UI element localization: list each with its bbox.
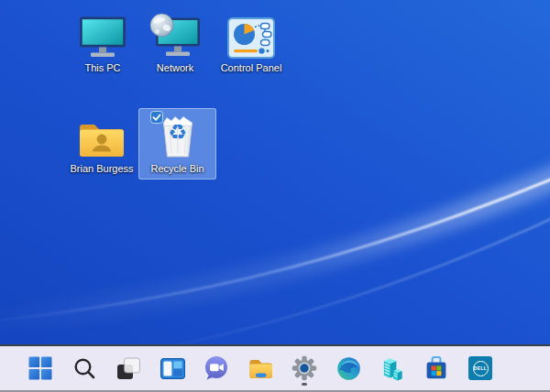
taskbar-icon-row: DELL — [0, 346, 535, 390]
desktop-icon-brian-burgess[interactable]: Brian Burgess — [60, 108, 143, 174]
monitor-icon — [79, 9, 126, 59]
taskbar: DELL — [0, 344, 550, 392]
edge-button[interactable] — [336, 350, 362, 387]
chat-video-icon — [204, 355, 229, 381]
desktop-icon-control-panel[interactable]: Control Panel — [210, 7, 292, 73]
icon-label: Network — [157, 62, 193, 73]
chat-button[interactable] — [204, 350, 230, 387]
running-app-indicator — [302, 383, 307, 386]
start-button[interactable] — [28, 350, 54, 387]
folder-icon — [248, 358, 273, 379]
recycle-bin-icon: ♻ — [158, 110, 198, 159]
task-view-button[interactable] — [116, 350, 142, 387]
windows-start-icon — [28, 356, 52, 380]
desktop-icon-network[interactable]: Network — [137, 7, 214, 73]
servers-app-button[interactable] — [380, 350, 406, 387]
user-folder-icon — [78, 110, 126, 159]
search-icon — [72, 356, 96, 380]
icon-label: Control Panel — [221, 62, 282, 73]
edge-icon — [336, 356, 361, 381]
server-stack-icon — [380, 354, 406, 382]
desktop-icon-this-pc[interactable]: This PC — [66, 7, 139, 73]
recycle-arrows-icon: ♻ — [158, 122, 198, 143]
dell-icon: DELL — [468, 356, 492, 380]
globe-monitor-icon — [149, 9, 201, 59]
gear-icon — [292, 355, 317, 381]
desktop-icon-recycle-bin[interactable]: ♻ Recycle Bin — [138, 108, 216, 180]
icon-label: Recycle Bin — [150, 163, 204, 174]
widgets-icon — [160, 358, 185, 379]
search-button[interactable] — [72, 350, 98, 387]
dell-text: DELL — [474, 365, 488, 371]
widgets-button[interactable] — [160, 350, 186, 387]
dell-app-button[interactable]: DELL — [468, 350, 494, 387]
control-panel-icon — [227, 9, 275, 59]
settings-button[interactable] — [292, 350, 318, 387]
task-view-icon — [116, 356, 141, 381]
desktop[interactable]: This PC — [0, 0, 550, 344]
icon-label: Brian Burgess — [70, 163, 133, 174]
store-bag-icon — [424, 355, 448, 381]
icon-label: This PC — [84, 62, 120, 73]
file-explorer-button[interactable] — [248, 350, 274, 387]
windows-desktop-screen: This PC — [0, 0, 550, 392]
microsoft-store-button[interactable] — [424, 350, 450, 387]
